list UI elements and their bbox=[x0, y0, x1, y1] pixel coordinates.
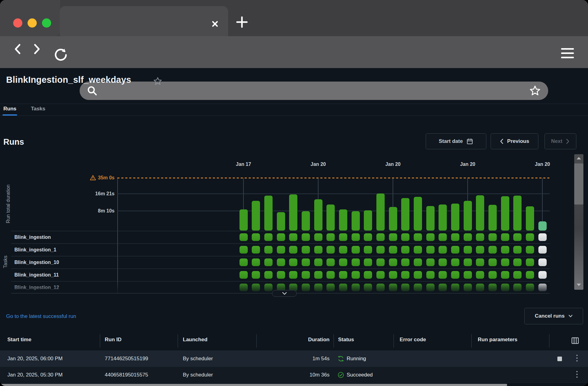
task-cell[interactable] bbox=[326, 233, 335, 241]
task-cell[interactable] bbox=[513, 258, 522, 266]
task-cell[interactable] bbox=[352, 246, 360, 254]
task-cell[interactable] bbox=[439, 246, 447, 254]
row-kebab-menu-icon[interactable] bbox=[576, 371, 578, 378]
run-bar[interactable] bbox=[513, 196, 522, 231]
task-cell[interactable] bbox=[401, 258, 409, 266]
new-tab-icon[interactable] bbox=[236, 16, 248, 28]
columns-settings-icon[interactable] bbox=[571, 337, 579, 345]
task-cell[interactable] bbox=[513, 246, 522, 254]
address-bar[interactable] bbox=[80, 82, 548, 100]
run-bar[interactable] bbox=[339, 209, 347, 231]
run-bar[interactable] bbox=[239, 209, 248, 231]
task-cell[interactable] bbox=[339, 258, 347, 266]
task-cell[interactable] bbox=[389, 271, 397, 279]
task-cell[interactable] bbox=[389, 246, 397, 254]
run-bar[interactable] bbox=[488, 205, 497, 231]
task-cell[interactable] bbox=[414, 284, 422, 291]
row-kebab-menu-icon[interactable] bbox=[576, 355, 578, 361]
start-date-button[interactable]: Start date bbox=[426, 133, 486, 149]
task-cell[interactable] bbox=[476, 284, 484, 291]
back-icon[interactable] bbox=[13, 43, 23, 55]
task-cell[interactable] bbox=[364, 233, 372, 241]
task-cell[interactable] bbox=[239, 284, 248, 291]
run-start-time-link[interactable]: Jan 20, 2025, 05:30 PM bbox=[7, 372, 63, 378]
task-cell[interactable] bbox=[488, 233, 497, 241]
task-cell[interactable] bbox=[501, 233, 509, 241]
task-cell[interactable] bbox=[364, 271, 372, 279]
task-cell[interactable] bbox=[538, 284, 547, 291]
task-cell[interactable] bbox=[464, 246, 472, 254]
task-cell[interactable] bbox=[439, 258, 447, 266]
task-cell[interactable] bbox=[451, 271, 459, 279]
run-bar[interactable] bbox=[302, 211, 310, 231]
task-cell[interactable] bbox=[488, 271, 497, 279]
run-bar[interactable] bbox=[389, 207, 397, 231]
task-cell[interactable] bbox=[264, 271, 273, 279]
task-cell[interactable] bbox=[538, 233, 547, 241]
task-cell[interactable] bbox=[264, 246, 273, 254]
task-cell[interactable] bbox=[376, 233, 385, 241]
task-cell[interactable] bbox=[289, 271, 297, 279]
task-cell[interactable] bbox=[526, 246, 534, 254]
task-cell[interactable] bbox=[401, 246, 409, 254]
task-cell[interactable] bbox=[314, 246, 322, 254]
task-cell[interactable] bbox=[501, 258, 509, 266]
run-bar[interactable] bbox=[364, 210, 372, 231]
close-tab-icon[interactable] bbox=[211, 20, 219, 28]
task-cell[interactable] bbox=[426, 258, 435, 266]
task-cell[interactable] bbox=[302, 233, 310, 241]
task-cell[interactable] bbox=[538, 258, 547, 266]
scroll-down-icon[interactable] bbox=[577, 284, 581, 286]
task-cell[interactable] bbox=[401, 271, 409, 279]
run-bar[interactable] bbox=[314, 199, 322, 231]
forward-icon[interactable] bbox=[32, 43, 42, 55]
task-cell[interactable] bbox=[326, 246, 335, 254]
task-cell[interactable] bbox=[326, 271, 335, 279]
task-cell[interactable] bbox=[439, 233, 447, 241]
browser-tab[interactable] bbox=[60, 6, 228, 36]
task-cell[interactable] bbox=[451, 246, 459, 254]
task-cell[interactable] bbox=[414, 258, 422, 266]
task-cell[interactable] bbox=[277, 233, 285, 241]
task-cell[interactable] bbox=[239, 271, 248, 279]
task-cell[interactable] bbox=[264, 284, 273, 291]
task-cell[interactable] bbox=[264, 233, 273, 241]
task-cell[interactable] bbox=[264, 258, 273, 266]
run-start-time-link[interactable]: Jan 20, 2025, 06:00 PM bbox=[7, 356, 63, 362]
col-header-launched[interactable]: Launched bbox=[183, 337, 207, 343]
task-cell[interactable] bbox=[252, 246, 260, 254]
previous-button[interactable]: Previous bbox=[491, 133, 538, 149]
task-cell[interactable] bbox=[289, 246, 297, 254]
run-bar[interactable] bbox=[326, 204, 335, 231]
task-cell[interactable] bbox=[426, 284, 435, 291]
task-cell[interactable] bbox=[252, 271, 260, 279]
scroll-up-icon[interactable] bbox=[577, 157, 581, 159]
stop-run-icon[interactable] bbox=[557, 357, 562, 361]
col-header-run-id[interactable]: Run ID bbox=[105, 337, 122, 343]
task-cell[interactable] bbox=[376, 271, 385, 279]
task-cell[interactable] bbox=[401, 284, 409, 291]
task-cell[interactable] bbox=[239, 258, 248, 266]
run-bar[interactable] bbox=[252, 201, 260, 231]
task-cell[interactable] bbox=[364, 246, 372, 254]
task-cell[interactable] bbox=[252, 258, 260, 266]
task-cell[interactable] bbox=[302, 284, 310, 291]
task-cell[interactable] bbox=[376, 284, 385, 291]
task-cell[interactable] bbox=[414, 233, 422, 241]
task-cell[interactable] bbox=[252, 284, 260, 291]
expand-tasks-button[interactable] bbox=[272, 290, 297, 297]
task-cell[interactable] bbox=[464, 258, 472, 266]
task-cell[interactable] bbox=[488, 284, 497, 291]
task-cell[interactable] bbox=[464, 284, 472, 291]
task-cell[interactable] bbox=[239, 246, 248, 254]
task-cell[interactable] bbox=[414, 246, 422, 254]
run-bar[interactable] bbox=[414, 197, 422, 231]
task-cell[interactable] bbox=[451, 258, 459, 266]
task-cell[interactable] bbox=[314, 271, 322, 279]
task-cell[interactable] bbox=[314, 258, 322, 266]
task-cell[interactable] bbox=[526, 258, 534, 266]
task-cell[interactable] bbox=[352, 271, 360, 279]
task-cell[interactable] bbox=[289, 258, 297, 266]
task-cell[interactable] bbox=[464, 271, 472, 279]
favorite-star-icon[interactable] bbox=[153, 77, 162, 86]
